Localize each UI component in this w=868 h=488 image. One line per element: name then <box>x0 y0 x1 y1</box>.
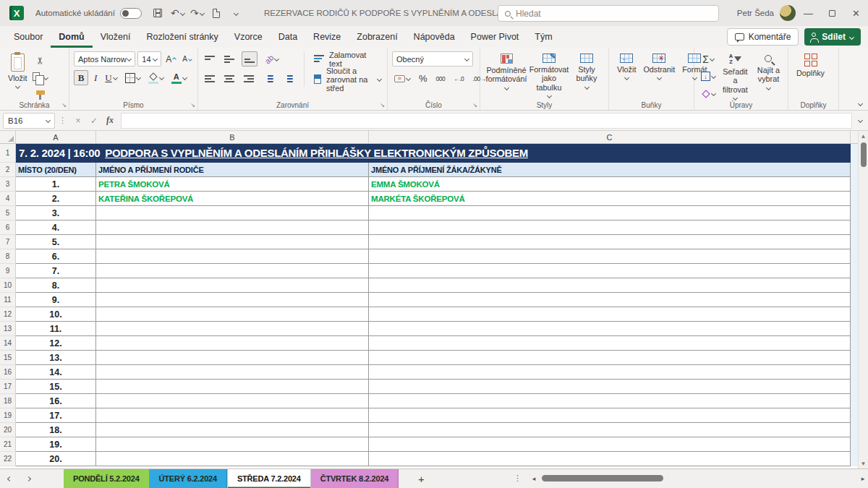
cell-parent-name[interactable]: KATEŘINA ŠKOŘEPOVÁ <box>96 192 369 206</box>
ribbon-tab-zobrazení[interactable]: Zobrazení <box>349 26 405 48</box>
row-number[interactable]: 9 <box>0 264 16 278</box>
cell-place[interactable]: 20. <box>16 452 96 466</box>
cell-parent-name[interactable] <box>96 437 369 452</box>
horizontal-scrollbar[interactable]: ⋮ ◂ ▸ <box>514 468 868 488</box>
ribbon-tab-data[interactable]: Data <box>271 26 305 48</box>
insert-cells-button[interactable]: ← Vložit <box>613 51 639 82</box>
excel-logo-icon[interactable]: X <box>9 6 24 20</box>
cell-place[interactable]: 2. <box>16 192 96 206</box>
cell-parent-name[interactable] <box>96 206 369 221</box>
italic-button[interactable]: I <box>92 70 99 85</box>
font-name-combo[interactable]: Aptos Narrow <box>74 51 135 67</box>
name-box[interactable]: B16 <box>3 113 55 129</box>
cell-parent-name[interactable] <box>96 322 369 336</box>
row-number[interactable]: 17 <box>0 380 16 394</box>
cell-place[interactable]: 19. <box>16 437 96 452</box>
vertical-scroll-thumb[interactable] <box>861 142 867 167</box>
row-number[interactable]: 15 <box>0 351 16 365</box>
row-number[interactable]: 5 <box>0 206 16 221</box>
row-number[interactable]: 1 <box>0 144 16 163</box>
scroll-up-arrow[interactable]: ▲ <box>859 131 868 141</box>
namebox-splitter[interactable]: ⋮ <box>59 116 67 125</box>
cell-student-name[interactable] <box>369 351 851 365</box>
cell-parent-name[interactable] <box>96 423 369 437</box>
comma-style-button[interactable]: 000 <box>434 71 448 86</box>
row-number[interactable]: 19 <box>0 408 16 423</box>
autosave-toggle[interactable] <box>120 8 142 19</box>
minimize-button[interactable]: — <box>796 0 820 26</box>
row-number[interactable]: 20 <box>0 423 16 437</box>
cell-parent-name[interactable] <box>96 365 369 380</box>
row-number[interactable]: 10 <box>0 278 16 293</box>
share-button[interactable]: Sdílet <box>804 28 861 46</box>
vertical-scrollbar[interactable]: ▲ ▼ <box>858 131 868 468</box>
cell-student-name[interactable] <box>369 307 851 322</box>
row-number[interactable]: 4 <box>0 192 16 206</box>
cell-header-parent[interactable]: JMÉNO A PŘÍJMENÍ RODIČE <box>96 163 369 177</box>
ribbon-tab-vložení[interactable]: Vložení <box>93 26 139 48</box>
cell-student-name[interactable] <box>369 264 851 278</box>
wrap-text-button[interactable]: Zalamovat text <box>312 51 383 67</box>
cell-parent-name[interactable]: PETRA ŠMOKOVÁ <box>96 177 369 192</box>
ribbon-tab-revize[interactable]: Revize <box>305 26 349 48</box>
sheet-tab-pondělí-5-2-2024[interactable]: PONDĚLÍ 5.2.2024 <box>64 469 150 488</box>
number-format-combo[interactable]: Obecný <box>392 51 473 67</box>
cell-place[interactable]: 9. <box>16 293 96 307</box>
cell-parent-name[interactable] <box>96 221 369 235</box>
save-button[interactable] <box>149 4 167 22</box>
cell-parent-name[interactable] <box>96 394 369 408</box>
cell-place[interactable]: 10. <box>16 307 96 322</box>
horizontal-scroll-thumb[interactable] <box>542 475 663 481</box>
increase-decimal-button[interactable]: ←.0 <box>451 71 466 86</box>
cell-student-name[interactable] <box>369 452 851 466</box>
cell-place[interactable]: 18. <box>16 423 96 437</box>
column-header-a[interactable]: A <box>16 131 96 143</box>
row-number[interactable]: 14 <box>0 336 16 351</box>
cell-student-name[interactable] <box>369 206 851 221</box>
cell-place[interactable]: 6. <box>16 249 96 264</box>
cell-place[interactable]: 7. <box>16 264 96 278</box>
cell-place[interactable]: 3. <box>16 206 96 221</box>
search-input[interactable]: Hledat <box>498 5 719 22</box>
document-button[interactable] <box>208 4 226 22</box>
sheet-tab-čtvrtek-8-2-2024[interactable]: ČTVRTEK 8.2.2024 <box>311 469 399 488</box>
cell-place[interactable]: 14. <box>16 365 96 380</box>
cell-place[interactable]: 16. <box>16 394 96 408</box>
cell-place[interactable]: 17. <box>16 408 96 423</box>
cell-student-name[interactable]: EMMA ŠMOKOVÁ <box>369 177 851 192</box>
find-select-button[interactable]: Najít a vybrat <box>753 51 784 92</box>
undo-button[interactable]: ↶ <box>169 4 187 22</box>
cell-header-student[interactable]: JMÉNO A PŘÍJMENÍ ŽÁKA/ŽÁKYNĚ <box>369 163 851 177</box>
align-bottom-button[interactable] <box>242 51 258 67</box>
accounting-format-button[interactable]: ¤ <box>392 71 412 86</box>
underline-button[interactable]: U <box>103 70 119 85</box>
previous-sheet-button[interactable] <box>0 477 19 481</box>
row-number[interactable]: 18 <box>0 394 16 408</box>
insert-function-button[interactable]: fx <box>102 113 118 129</box>
formula-input[interactable] <box>121 113 852 129</box>
scroll-right-arrow[interactable]: ▸ <box>858 475 868 482</box>
cell-student-name[interactable] <box>369 380 851 394</box>
cell-student-name[interactable] <box>369 336 851 351</box>
conditional-formatting-button[interactable]: Podmíněné formátování <box>485 51 528 92</box>
cell-student-name[interactable]: MARKÉTA ŠKOŘEPOVÁ <box>369 192 851 206</box>
row-number[interactable]: 3 <box>0 177 16 192</box>
cell-student-name[interactable] <box>369 322 851 336</box>
fill-button[interactable]: ↓ <box>699 69 718 84</box>
decrease-indent-button[interactable] <box>261 71 276 86</box>
column-header-c[interactable]: C <box>369 131 851 143</box>
row-number[interactable]: 13 <box>0 322 16 336</box>
cell-student-name[interactable] <box>369 394 851 408</box>
customize-qat-button[interactable] <box>227 4 245 22</box>
ribbon-tab-soubor[interactable]: Soubor <box>6 26 51 48</box>
decrease-font-button[interactable]: A <box>180 51 194 67</box>
maximize-button[interactable] <box>820 0 844 26</box>
tab-splitter[interactable]: ⋮ <box>514 474 522 483</box>
ribbon-tab-nápověda[interactable]: Nápověda <box>406 26 463 48</box>
ribbon-tab-rozložení-stránky[interactable]: Rozložení stránky <box>138 26 226 48</box>
ribbon-tab-domů[interactable]: Domů <box>51 26 92 48</box>
confirm-entry-button[interactable]: ✓ <box>86 113 102 129</box>
font-color-button[interactable]: A <box>169 70 189 85</box>
align-top-button[interactable] <box>203 51 217 67</box>
row-number[interactable]: 7 <box>0 235 16 249</box>
